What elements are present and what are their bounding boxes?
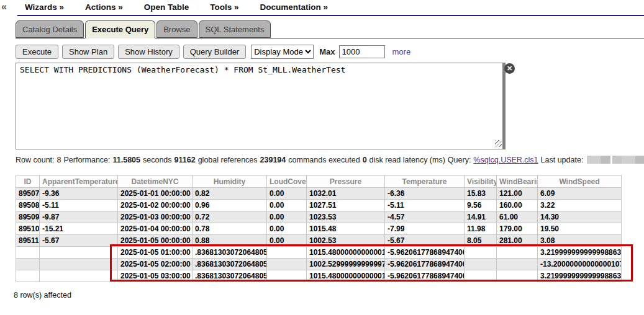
table-cell: 2025-01-04 00:00:00 [118, 223, 193, 235]
table-cell: 3.219999999999998863 [538, 270, 622, 282]
table-cell [16, 247, 40, 259]
column-header: LoudCover [267, 175, 307, 188]
table-cell: 3.08 [538, 235, 622, 247]
disk-latency-label: disk read latency (ms) [370, 156, 445, 164]
cached-query-link[interactable]: %sqlcq.USER.cls1 [473, 156, 538, 164]
table-cell: 1015.48 [307, 223, 385, 235]
menu-actions[interactable]: Actions » [85, 2, 123, 12]
global-refs-value: 91162 [175, 156, 196, 164]
execute-button[interactable]: Execute [16, 45, 58, 59]
max-input[interactable] [339, 45, 385, 58]
tab-browse[interactable]: Browse [156, 20, 197, 38]
table-cell: 160.00 [497, 200, 538, 211]
commands-label: commands executed [288, 156, 360, 164]
clear-query-icon[interactable]: ✕ [504, 63, 515, 74]
table-cell [497, 259, 538, 270]
table-cell: 3.219999999999998863 [538, 247, 622, 259]
menu-tools[interactable]: Tools » [210, 2, 238, 12]
menu-documentation[interactable]: Documentation » [260, 2, 328, 12]
table-row: 89511-5.672025-01-05 00:00:000.880.00100… [16, 235, 622, 247]
table-cell [16, 259, 40, 270]
table-cell: -15.21 [40, 223, 118, 235]
table-row: 2025-01-05 03:00:00.83681303072064805451… [16, 270, 622, 282]
more-link[interactable]: more [392, 47, 411, 56]
table-cell: -9.87 [40, 211, 118, 223]
table-cell: 2025-01-01 00:00:00 [118, 188, 193, 200]
results-header-row: IDApparentTemperatureDatetimeNYCHumidity… [16, 175, 622, 188]
table-cell: .8368130307206480545 [193, 247, 267, 259]
table-cell: -5.11 [385, 200, 465, 211]
table-cell [40, 259, 118, 270]
show-history-button[interactable]: Show History [118, 45, 179, 59]
sql-editor-area: SELECT WITH PREDICTIONS (WeatherForecast… [16, 63, 520, 149]
table-row: 2025-01-05 02:00:00.83681303072064805451… [16, 259, 622, 270]
last-update-redacted-value [587, 156, 644, 164]
table-cell: 6.09 [538, 188, 622, 200]
table-cell: 89509 [16, 211, 40, 223]
table-cell: 9.56 [465, 200, 497, 211]
results-body: 89507-9.362025-01-01 00:00:000.820.00103… [16, 188, 622, 282]
table-cell [16, 270, 40, 282]
column-header: Temperature [385, 175, 465, 188]
collapse-menu-icon[interactable]: « [1, 1, 15, 12]
top-menu-bar: « Wizards » Actions » Open Table Tools »… [17, 0, 644, 16]
table-cell: 11.98 [465, 223, 497, 235]
table-row: 89510-15.212025-01-04 00:00:000.780.0010… [16, 223, 622, 235]
commands-value: 239194 [260, 156, 286, 164]
max-label: Max [319, 47, 335, 56]
table-cell: 89511 [16, 235, 40, 247]
table-cell [40, 270, 118, 282]
sql-query-textarea[interactable]: SELECT WITH PREDICTIONS (WeatherForecast… [16, 63, 506, 149]
query-builder-button[interactable]: Query Builder [183, 45, 246, 59]
table-cell: 61.00 [497, 211, 538, 223]
table-cell: 2025-01-03 00:00:00 [118, 211, 193, 223]
menu-wizards[interactable]: Wizards » [25, 2, 64, 12]
table-cell: 2025-01-02 00:00:00 [118, 200, 193, 211]
table-cell: 89510 [16, 223, 40, 235]
query-status-line: Row count:8Performance:11.5805seconds911… [16, 156, 644, 164]
table-cell: 0.72 [193, 211, 267, 223]
table-cell: 19.50 [538, 223, 622, 235]
column-header: WindBearing [497, 175, 538, 188]
tab-bar: Catalog Details Execute Query Browse SQL… [16, 20, 644, 38]
table-cell: 0.96 [193, 200, 267, 211]
table-row: 89508-5.112025-01-02 00:00:000.960.00102… [16, 200, 622, 211]
table-cell: -5.67 [385, 235, 465, 247]
textarea-resize-handle[interactable] [495, 140, 502, 147]
show-plan-button[interactable]: Show Plan [62, 45, 114, 59]
tab-catalog-details[interactable]: Catalog Details [16, 20, 84, 38]
query-label: Query: [448, 156, 471, 164]
performance-label: Performance: [63, 156, 110, 164]
menu-open-table[interactable]: Open Table [144, 2, 189, 12]
table-cell: 2025-01-05 01:00:00 [118, 247, 193, 259]
table-cell: 0.00 [267, 211, 307, 223]
column-header: ID [16, 175, 40, 188]
table-cell [267, 247, 307, 259]
table-cell: 15.83 [465, 188, 497, 200]
row-count-value: 8 [57, 156, 61, 164]
table-cell: -6.36 [385, 188, 465, 200]
table-cell [465, 270, 497, 282]
table-row: 89507-9.362025-01-01 00:00:000.820.00103… [16, 188, 622, 200]
table-cell: 0.00 [267, 188, 307, 200]
table-cell: 0.78 [193, 223, 267, 235]
table-cell: 2025-01-05 02:00:00 [118, 259, 193, 270]
table-cell [497, 247, 538, 259]
column-header: Pressure [307, 175, 385, 188]
global-refs-label: global references [198, 156, 258, 164]
performance-value: 11.5805 [113, 156, 141, 164]
display-mode-select[interactable]: Display Mode [251, 45, 314, 59]
tab-execute-query[interactable]: Execute Query [85, 20, 155, 38]
table-cell: 8.05 [465, 235, 497, 247]
table-cell [267, 259, 307, 270]
table-cell: 0.82 [193, 188, 267, 200]
table-cell: 3.22 [538, 200, 622, 211]
results-table: IDApparentTemperatureDatetimeNYCHumidity… [16, 175, 622, 282]
table-cell: -5.11 [40, 200, 118, 211]
disk-latency-value: 0 [363, 156, 367, 164]
tab-sql-statements[interactable]: SQL Statements [199, 20, 271, 38]
column-header: DatetimeNYC [118, 175, 193, 188]
table-cell: 0.88 [193, 235, 267, 247]
row-count-label: Row count: [16, 156, 55, 164]
rows-affected-status: 8 row(s) affected [14, 291, 644, 299]
